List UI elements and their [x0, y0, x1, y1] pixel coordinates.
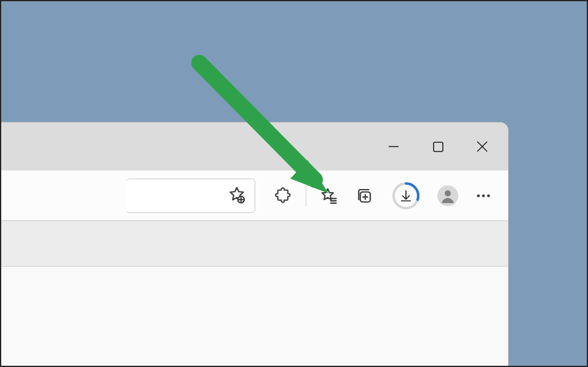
- minimize-button[interactable]: [371, 124, 416, 169]
- avatar: [437, 185, 458, 206]
- browser-window: [0, 122, 509, 367]
- favorites-button[interactable]: [311, 179, 346, 213]
- add-favorite-icon[interactable]: [228, 185, 246, 206]
- address-bar-tail: [126, 179, 261, 213]
- person-icon: [439, 187, 456, 204]
- page-content-area: [1, 267, 508, 367]
- collections-button[interactable]: [347, 179, 381, 213]
- maximize-icon: [433, 142, 443, 152]
- browser-toolbar: [1, 171, 508, 221]
- close-icon: [476, 140, 488, 153]
- toolbar-divider: [306, 185, 306, 207]
- downloads-button[interactable]: [389, 179, 423, 213]
- more-button[interactable]: [466, 179, 501, 213]
- collections-icon: [355, 187, 373, 205]
- close-button[interactable]: [460, 124, 504, 169]
- maximize-button[interactable]: [416, 124, 460, 169]
- svg-point-20: [487, 194, 490, 197]
- extensions-button[interactable]: [266, 179, 301, 213]
- address-bar[interactable]: [126, 179, 255, 213]
- profile-button[interactable]: [431, 179, 465, 213]
- more-horizontal-icon: [475, 187, 492, 204]
- svg-point-17: [445, 190, 451, 196]
- star-list-icon: [319, 187, 338, 205]
- svg-point-18: [477, 194, 480, 197]
- page-tab-strip: [1, 221, 508, 267]
- minimize-icon: [388, 141, 399, 152]
- puzzle-icon: [275, 187, 292, 204]
- title-bar: [1, 123, 508, 171]
- svg-point-19: [482, 194, 485, 197]
- svg-rect-1: [434, 142, 443, 151]
- download-arrow-icon: [399, 189, 413, 203]
